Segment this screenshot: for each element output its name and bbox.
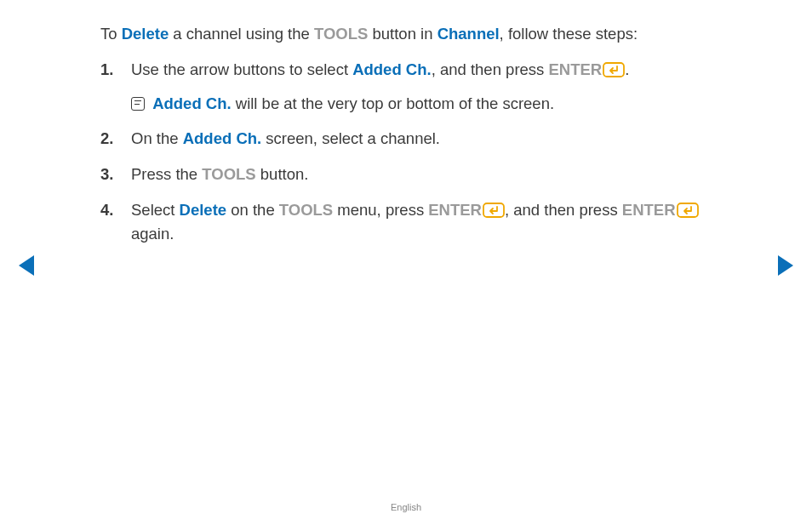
text: Select [131, 201, 180, 219]
enter-label: ENTER [622, 201, 676, 219]
text: Press the [131, 165, 202, 183]
svg-rect-2 [678, 203, 698, 217]
svg-rect-0 [603, 63, 624, 77]
enter-icon [677, 203, 699, 218]
step-number: 2. [100, 127, 113, 151]
tools-label: TOOLS [202, 165, 255, 183]
step-1: 1. Use the arrow buttons to select Added… [100, 58, 727, 116]
text: will be at the very top or bottom of the… [232, 94, 554, 112]
note-icon [131, 97, 145, 111]
text: . [625, 60, 629, 78]
text: screen, select a channel. [261, 129, 440, 147]
text: , and then press [432, 60, 549, 78]
text: To [100, 25, 122, 43]
step-4: 4. Select Delete on the TOOLS menu, pres… [100, 198, 727, 246]
text: , and then press [505, 201, 622, 219]
text: On the [131, 129, 183, 147]
text: a channel using the [169, 25, 314, 43]
enter-label: ENTER [428, 201, 482, 219]
prev-page-button[interactable] [19, 255, 34, 276]
added-ch-label: Added Ch. [352, 60, 432, 78]
text: on the [226, 201, 279, 219]
text: , follow these steps: [500, 25, 638, 43]
step-1-note: Added Ch. will be at the very top or bot… [131, 92, 727, 116]
step-3: 3. Press the TOOLS button. [100, 163, 727, 186]
added-ch-label: Added Ch. [183, 129, 262, 147]
next-page-button[interactable] [778, 255, 793, 276]
step-number: 1. [100, 58, 113, 82]
step-2: 2. On the Added Ch. screen, select a cha… [100, 127, 727, 151]
text: again. [131, 225, 174, 243]
added-ch-label: Added Ch. [152, 94, 232, 112]
footer-language: English [0, 502, 812, 512]
text: menu, press [333, 201, 428, 219]
tools-label: TOOLS [314, 25, 368, 43]
instruction-content: To Delete a channel using the TOOLS butt… [0, 0, 812, 245]
svg-rect-1 [483, 203, 504, 217]
text: button in [368, 25, 437, 43]
delete-label: Delete [180, 201, 227, 219]
enter-icon [603, 62, 625, 77]
steps-list: 1. Use the arrow buttons to select Added… [100, 58, 727, 246]
text: button. [256, 165, 309, 183]
tools-label: TOOLS [279, 201, 333, 219]
channel-label: Channel [437, 25, 500, 43]
intro-paragraph: To Delete a channel using the TOOLS butt… [100, 22, 727, 46]
enter-label: ENTER [548, 60, 602, 78]
step-number: 4. [100, 198, 113, 222]
step-number: 3. [100, 163, 113, 186]
delete-label: Delete [122, 25, 169, 43]
text: Use the arrow buttons to select [131, 60, 352, 78]
enter-icon [483, 203, 505, 218]
